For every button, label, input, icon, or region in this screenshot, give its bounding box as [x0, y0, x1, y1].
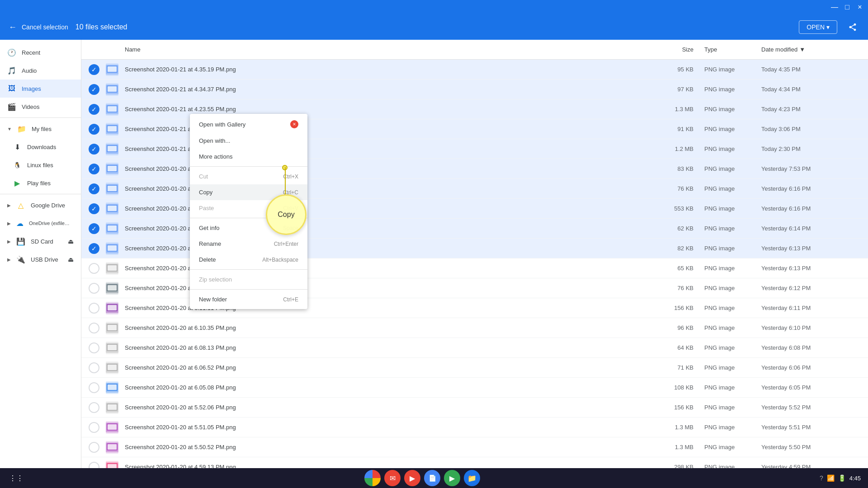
- table-row[interactable]: Screenshot 2020-01-20 at 6.08.13 PM.png …: [81, 338, 868, 358]
- file-type-label: PNG image: [693, 285, 761, 291]
- file-checkbox[interactable]: ✓: [89, 84, 99, 95]
- svg-rect-67: [108, 385, 117, 390]
- taskbar-gmail-icon[interactable]: ✉: [384, 470, 401, 486]
- ctx-delete-shortcut: Alt+Backspace: [262, 257, 298, 263]
- taskbar-youtube-icon[interactable]: ▶: [404, 470, 420, 486]
- file-type-label: PNG image: [693, 305, 761, 311]
- file-checkbox[interactable]: ✓: [89, 164, 99, 174]
- launcher-icon[interactable]: ⋮⋮: [7, 469, 25, 487]
- file-name-label: Screenshot 2020-01-20 at 5.52.06 PM.png: [125, 404, 648, 411]
- ctx-open-with-gallery[interactable]: Open with Gallery ×: [190, 116, 307, 133]
- cancel-selection-button[interactable]: ← Cancel selection: [7, 22, 68, 33]
- sidebar-item-recent[interactable]: 🕐 Recent: [0, 43, 81, 61]
- file-checkbox[interactable]: ✓: [89, 64, 99, 75]
- ctx-delete[interactable]: Delete Alt+Backspace: [190, 252, 307, 267]
- table-row[interactable]: Screenshot 2020-01-20 at 6.05.08 PM.png …: [81, 378, 868, 398]
- file-thumbnail-icon: [105, 281, 119, 296]
- sidebar: 🕐 Recent 🎵 Audio 🖼 Images 🎬 Videos ▼ 📁 M…: [0, 40, 81, 468]
- taskbar-chrome-icon[interactable]: [364, 470, 381, 486]
- svg-rect-27: [108, 186, 117, 191]
- sidebar-item-sd-card[interactable]: ▶ 💾 SD Card ⏏: [0, 232, 81, 250]
- file-checkbox[interactable]: ✓: [89, 104, 99, 115]
- file-size-label: 65 KB: [648, 265, 693, 272]
- svg-rect-51: [108, 305, 117, 310]
- table-row[interactable]: Screenshot 2020-01-20 at 5.51.05 PM.png …: [81, 418, 868, 437]
- usb-drive-eject-icon: ⏏: [68, 256, 74, 263]
- table-row[interactable]: ✓ Screenshot 2020-01-21 at 4.34.37 PM.pn…: [81, 80, 868, 99]
- open-label: OPEN: [807, 23, 825, 31]
- table-row[interactable]: Screenshot 2020-01-20 at 5.50.52 PM.png …: [81, 437, 868, 457]
- file-checkbox[interactable]: [89, 402, 99, 413]
- file-thumbnail-icon: [105, 361, 119, 375]
- file-date-label: Today 4:23 PM: [761, 106, 861, 113]
- file-name-label: Screenshot 2020-01-20 at 6.06.52 PM.png: [125, 364, 648, 371]
- taskbar-help-icon[interactable]: ?: [820, 474, 823, 482]
- file-checkbox[interactable]: [89, 442, 99, 453]
- google-drive-chevron-icon: ▶: [7, 203, 11, 208]
- images-icon: 🖼: [7, 84, 16, 93]
- ctx-new-folder[interactable]: New folder Ctrl+E: [190, 291, 307, 307]
- sidebar-item-play-files[interactable]: ▶ Play files: [0, 174, 81, 192]
- sidebar-item-google-drive[interactable]: ▶ △ Google Drive: [0, 196, 81, 214]
- file-size-label: 156 KB: [648, 305, 693, 311]
- open-arrow-icon: ▾: [826, 23, 830, 31]
- table-row[interactable]: Screenshot 2020-01-20 at 6.06.52 PM.png …: [81, 358, 868, 378]
- file-checkbox[interactable]: [89, 343, 99, 353]
- taskbar-play-store-icon[interactable]: ▶: [444, 470, 460, 486]
- taskbar-files-icon[interactable]: 📁: [464, 470, 480, 486]
- table-row[interactable]: Screenshot 2020-01-20 at 6.10.35 PM.png …: [81, 318, 868, 338]
- minimize-button[interactable]: —: [830, 3, 839, 12]
- file-size-label: 1.3 MB: [648, 424, 693, 431]
- file-checkbox[interactable]: ✓: [89, 223, 99, 234]
- file-size-label: 76 KB: [648, 285, 693, 291]
- file-date-label: Yesterday 4:59 PM: [761, 464, 861, 468]
- sidebar-item-usb-drive[interactable]: ▶ 🔌 USB Drive ⏏: [0, 250, 81, 268]
- recent-icon: 🕐: [7, 48, 16, 57]
- taskbar-docs-icon[interactable]: 📄: [424, 470, 440, 486]
- file-thumbnail-icon: [105, 202, 119, 216]
- maximize-button[interactable]: □: [843, 3, 852, 12]
- ctx-more-actions[interactable]: More actions: [190, 149, 307, 164]
- table-row[interactable]: Screenshot 2020-01-20 at 4.59.13 PM.png …: [81, 457, 868, 468]
- table-row[interactable]: Screenshot 2020-01-20 at 5.52.06 PM.png …: [81, 398, 868, 418]
- file-checkbox[interactable]: ✓: [89, 203, 99, 214]
- sidebar-item-onedrive-label: OneDrive (exfileme@outlook...: [29, 221, 74, 226]
- copy-tooltip: Copy: [266, 194, 307, 235]
- ctx-cut: Cut Ctrl+X: [190, 169, 307, 184]
- share-button[interactable]: [844, 19, 861, 35]
- ctx-rename[interactable]: Rename Ctrl+Enter: [190, 236, 307, 252]
- file-checkbox[interactable]: [89, 382, 99, 393]
- column-header: Name Size Type Date modified ▼: [81, 40, 868, 60]
- column-date-header[interactable]: Date modified ▼: [761, 46, 861, 53]
- file-checkbox[interactable]: [89, 263, 99, 274]
- file-checkbox[interactable]: [89, 323, 99, 333]
- file-checkbox[interactable]: [89, 462, 99, 469]
- ctx-open-with[interactable]: Open with...: [190, 133, 307, 149]
- file-date-label: Yesterday 6:14 PM: [761, 225, 861, 232]
- file-size-label: 108 KB: [648, 384, 693, 391]
- file-thumbnail-icon: [105, 321, 119, 335]
- file-checkbox[interactable]: ✓: [89, 124, 99, 135]
- sidebar-item-audio[interactable]: 🎵 Audio: [0, 61, 81, 80]
- open-button[interactable]: OPEN ▾: [799, 20, 837, 34]
- table-row[interactable]: ✓ Screenshot 2020-01-21 at 4.35.19 PM.pn…: [81, 60, 868, 80]
- file-date-label: Yesterday 5:51 PM: [761, 424, 861, 431]
- file-checkbox[interactable]: [89, 283, 99, 294]
- file-checkbox[interactable]: ✓: [89, 183, 99, 194]
- sidebar-item-images[interactable]: 🖼 Images: [0, 80, 81, 98]
- sidebar-item-my-files[interactable]: ▼ 📁 My files: [0, 120, 81, 138]
- close-button[interactable]: ×: [855, 3, 864, 12]
- file-checkbox[interactable]: ✓: [89, 243, 99, 254]
- sidebar-item-downloads[interactable]: ⬇ Downloads: [0, 138, 81, 156]
- file-checkbox[interactable]: [89, 362, 99, 373]
- file-checkbox[interactable]: ✓: [89, 144, 99, 155]
- sidebar-item-linux-files[interactable]: 🐧 Linux files: [0, 156, 81, 174]
- file-thumbnail-icon: [105, 400, 119, 415]
- file-thumbnail-icon: [105, 261, 119, 276]
- sidebar-item-videos[interactable]: 🎬 Videos: [0, 98, 81, 116]
- file-checkbox[interactable]: [89, 303, 99, 314]
- sidebar-item-onedrive[interactable]: ▶ ☁ OneDrive (exfileme@outlook...: [0, 214, 81, 232]
- file-checkbox[interactable]: [89, 422, 99, 433]
- svg-rect-39: [108, 245, 117, 251]
- ctx-copy-label: Copy: [199, 189, 212, 196]
